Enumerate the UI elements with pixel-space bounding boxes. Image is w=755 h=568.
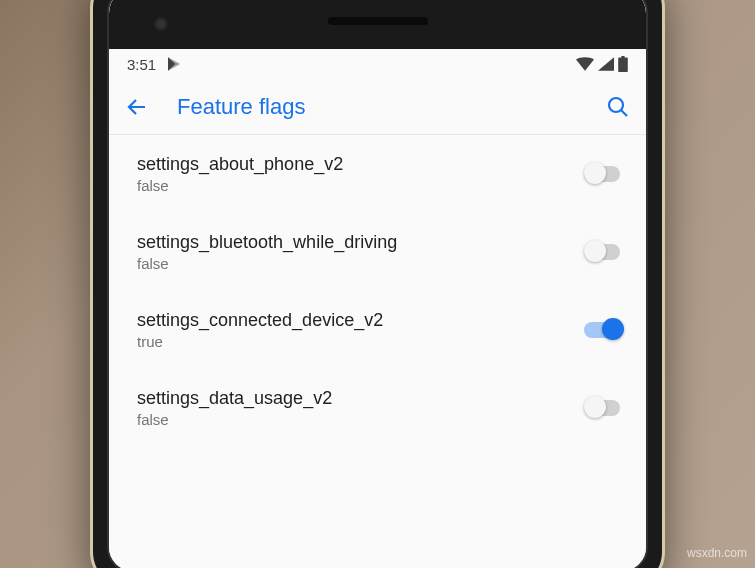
setting-title: settings_connected_device_v2 bbox=[137, 310, 584, 331]
camera-dot bbox=[154, 17, 168, 31]
watermark: wsxdn.com bbox=[687, 546, 747, 560]
setting-value: true bbox=[137, 333, 584, 350]
setting-row-bluetooth-driving[interactable]: settings_bluetooth_while_driving false bbox=[109, 213, 646, 291]
toggle-connected-device[interactable] bbox=[584, 318, 624, 342]
back-button[interactable] bbox=[125, 95, 149, 119]
setting-title: settings_data_usage_v2 bbox=[137, 388, 584, 409]
phone-bezel bbox=[109, 0, 646, 49]
status-time: 3:51 bbox=[127, 56, 156, 73]
setting-title: settings_bluetooth_while_driving bbox=[137, 232, 584, 253]
page-title: Feature flags bbox=[177, 94, 606, 120]
phone-frame: 3:51 bbox=[90, 0, 665, 568]
setting-title: settings_about_phone_v2 bbox=[137, 154, 584, 175]
setting-value: false bbox=[137, 177, 584, 194]
toggle-bluetooth-driving[interactable] bbox=[584, 240, 624, 264]
status-bar: 3:51 bbox=[109, 49, 646, 79]
toggle-about-phone[interactable] bbox=[584, 162, 624, 186]
battery-icon bbox=[618, 56, 628, 72]
settings-list: settings_about_phone_v2 false settings_b… bbox=[109, 135, 646, 447]
setting-row-data-usage[interactable]: settings_data_usage_v2 false bbox=[109, 369, 646, 447]
app-bar: Feature flags bbox=[109, 79, 646, 135]
toggle-data-usage[interactable] bbox=[584, 396, 624, 420]
setting-row-connected-device[interactable]: settings_connected_device_v2 true bbox=[109, 291, 646, 369]
signal-icon bbox=[598, 57, 614, 71]
play-icon bbox=[166, 56, 182, 72]
phone-inner: 3:51 bbox=[107, 0, 648, 568]
setting-value: false bbox=[137, 411, 584, 428]
setting-row-about-phone[interactable]: settings_about_phone_v2 false bbox=[109, 135, 646, 213]
phone-screen: 3:51 bbox=[109, 49, 646, 568]
search-button[interactable] bbox=[606, 95, 630, 119]
svg-point-0 bbox=[609, 98, 623, 112]
speaker-slot bbox=[328, 17, 428, 25]
wifi-icon bbox=[576, 57, 594, 71]
setting-value: false bbox=[137, 255, 584, 272]
